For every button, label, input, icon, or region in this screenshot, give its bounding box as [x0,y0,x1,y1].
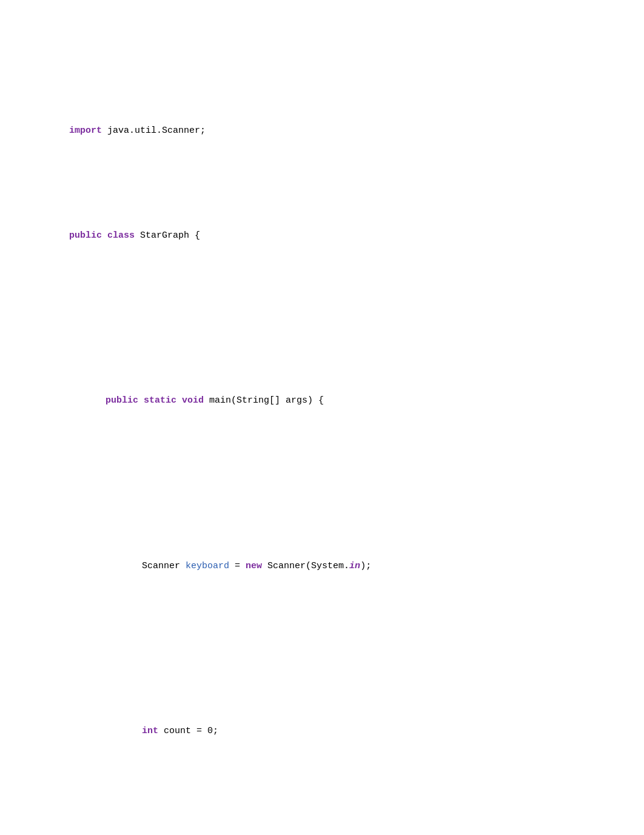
code-line: public class StarGraph { [36,213,608,258]
keyword-public: public [106,395,138,406]
blank-line [36,634,608,649]
keyword-import: import [69,126,102,136]
keyword-new: new [246,561,262,571]
keyword-class: class [107,230,135,241]
field-in: in [349,561,360,571]
code-line: Scanner keyboard = new Scanner(System.in… [36,544,608,589]
keyword-static: static [144,395,176,406]
blank-line [36,799,608,814]
code-line: int count = 0; [36,709,608,754]
code-line: import java.util.Scanner; [36,109,608,153]
code-content: import java.util.Scanner; public class S… [36,49,608,835]
keyword-int: int [142,726,158,736]
keyword-void: void [182,395,204,406]
var-keyboard: keyboard [186,561,229,571]
keyword-public: public [69,230,102,241]
blank-line [36,469,608,484]
code-line: public static void main(String[] args) { [36,379,608,424]
blank-line [36,304,608,319]
code-viewer: import java.util.Scanner; public class S… [36,49,608,835]
